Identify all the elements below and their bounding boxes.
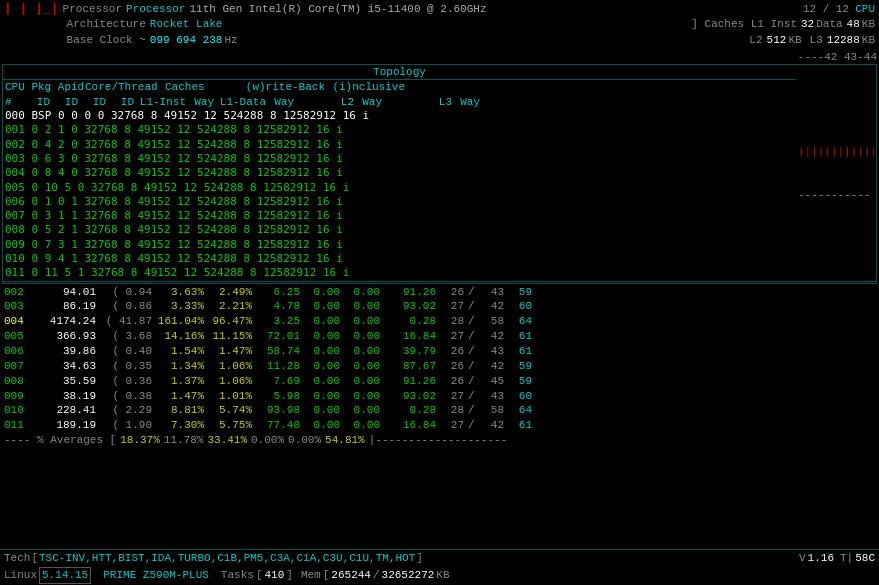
cpu-bars: | | |_| — [4, 2, 59, 16]
topology-row: 008 0 5 2 1 32768 8 49152 12 524288 8 12… — [3, 223, 796, 237]
linux-version: 5.14.15 — [39, 567, 91, 584]
stats-row: 008 35.59 ( 0.36 1.37% 1.06% 7.69 0.00 0… — [4, 374, 875, 389]
data-label: Data — [816, 17, 842, 32]
topology-row: 009 0 7 3 1 32768 8 49152 12 524288 8 12… — [3, 238, 796, 252]
stats-section: 002 94.01 ( 0.94 3.63% 2.49% 6.25 0.00 0… — [0, 285, 879, 448]
topology-cat-headers: CPU Pkg Apid Core/Thread Caches (w)rite-… — [3, 80, 796, 94]
kb-label1: KB — [862, 17, 875, 32]
l2-val: 512 — [767, 33, 787, 48]
kb-label2: KB — [788, 33, 801, 48]
arch-value: Rocket Lake — [150, 17, 223, 32]
tasks-label: Tasks — [221, 568, 254, 583]
caches-label: ] Caches L1 Inst — [691, 17, 797, 32]
footer: Tech [ TSC-INV,HTT,BIST,IDA,TURBO,C1B,PM… — [0, 549, 879, 585]
topology-row: 000 BSP 0 0 0 0 32768 8 49152 12 524288 … — [3, 109, 796, 123]
topology-section: Topology CPU Pkg Apid Core/Thread Caches… — [2, 64, 877, 281]
dash-divider: ----------- — [798, 189, 874, 201]
mem-label: Mem — [301, 568, 321, 583]
mem-value: 265244 — [331, 568, 371, 583]
stats-row: 010 228.41 ( 2.29 8.81% 5.74% 93.98 0.00… — [4, 403, 875, 418]
board: PRIME Z590M-PLUS — [103, 568, 209, 583]
topology-row: 011 0 11 5 1 32768 8 49152 12 524288 8 1… — [3, 266, 796, 280]
stats-row: 006 39.86 ( 0.40 1.54% 1.47% 58.74 0.00 … — [4, 344, 875, 359]
topology-title: Topology — [3, 65, 796, 80]
screen: | | |_| Processor Processor 11th Gen Int… — [0, 0, 879, 585]
topology-col-headers: # ID ID ID ID L1-Inst Way L1-Data Way L2… — [3, 95, 796, 109]
topology-row: 006 0 1 0 1 32768 8 49152 12 524288 8 12… — [3, 195, 796, 209]
stats-row: 003 86.19 ( 0.86 3.33% 2.21% 4.78 0.00 0… — [4, 299, 875, 314]
version-prefix: V — [799, 551, 806, 566]
arch-label: Architecture — [67, 17, 146, 32]
topology-left: Topology CPU Pkg Apid Core/Thread Caches… — [3, 65, 796, 280]
linux-label: Linux — [4, 568, 37, 583]
topology-row: 004 0 8 4 0 32768 8 49152 12 524288 8 12… — [3, 166, 796, 180]
topology-row: 005 0 10 5 0 32768 8 49152 12 524288 8 1… — [3, 181, 796, 195]
temp-prefix: T| — [840, 551, 853, 566]
stats-row: 009 38.19 ( 0.38 1.47% 1.01% 5.98 0.00 0… — [4, 389, 875, 404]
l2-label: L2 — [749, 33, 762, 48]
mem-total: 32652272 — [382, 568, 435, 583]
stats-row: 005 366.93 ( 3.68 14.16% 11.15% 72.01 0.… — [4, 329, 875, 344]
l1-data-val: 48 — [847, 17, 860, 32]
topology-row: 007 0 3 1 1 32768 8 49152 12 524288 8 12… — [3, 209, 796, 223]
version: 1.16 — [808, 551, 834, 566]
section-divider — [2, 283, 877, 284]
tech-label: Tech — [4, 551, 30, 566]
avg-row: ---- % Averages [ 18.37% 11.78% 33.41% 0… — [4, 433, 875, 448]
topology-row: 002 0 4 2 0 32768 8 49152 12 524288 8 12… — [3, 138, 796, 152]
mem-unit: KB — [436, 568, 449, 583]
tasks-value: 410 — [264, 568, 284, 583]
tech-items: TSC-INV,HTT,BIST,IDA,TURBO,C1B,PM5,C3A,C… — [39, 551, 415, 566]
right-bars: |||||||||||| — [798, 145, 874, 160]
kb-label3: KB — [862, 33, 875, 48]
processor-label: Processor — [63, 2, 122, 17]
topology-row: 010 0 9 4 1 32768 8 49152 12 524288 8 12… — [3, 252, 796, 266]
stats-row: 011 189.19 ( 1.90 7.30% 5.75% 77.40 0.00… — [4, 418, 875, 433]
footer-tech: Tech [ TSC-INV,HTT,BIST,IDA,TURBO,C1B,PM… — [4, 551, 875, 566]
stats-rows: 002 94.01 ( 0.94 3.63% 2.49% 6.25 0.00 0… — [4, 285, 875, 433]
processor-value: 11th Gen Intel(R) Core(TM) i5-11400 @ 2.… — [189, 2, 486, 17]
num-row: ----42 43-44 — [798, 50, 877, 64]
l3-label: L3 — [810, 33, 823, 48]
stats-row: 004 4174.24 ( 41.87 161.04% 96.47% 3.25 … — [4, 314, 875, 329]
processor-label-text: Processor — [126, 2, 185, 17]
cpu-label: CPU — [855, 2, 875, 17]
topology-row: 003 0 6 3 0 32768 8 49152 12 524288 8 12… — [3, 152, 796, 166]
topology-row: 001 0 2 1 0 32768 8 49152 12 524288 8 12… — [3, 123, 796, 137]
l1-inst-val: 32 — [801, 17, 814, 32]
stats-row: 007 34.63 ( 0.35 1.34% 1.06% 11.28 0.00 … — [4, 359, 875, 374]
clock-value: 099 694 238 — [150, 33, 223, 48]
clock-unit: Hz — [224, 33, 237, 48]
footer-bottom: Linux 5.14.15 PRIME Z590M-PLUS Tasks [ 4… — [4, 567, 875, 584]
right-bars-container: |||||||||||| ----------- — [796, 65, 876, 280]
clock-label: Base Clock ~ — [67, 33, 146, 48]
temp: 58C — [855, 551, 875, 566]
header: | | |_| Processor Processor 11th Gen Int… — [0, 0, 879, 50]
stats-row: 002 94.01 ( 0.94 3.63% 2.49% 6.25 0.00 0… — [4, 285, 875, 300]
topology-rows: 000 BSP 0 0 0 0 32768 8 49152 12 524288 … — [3, 109, 796, 281]
l3-val: 12288 — [827, 33, 860, 48]
count-display: 12 / 12 — [803, 2, 849, 17]
